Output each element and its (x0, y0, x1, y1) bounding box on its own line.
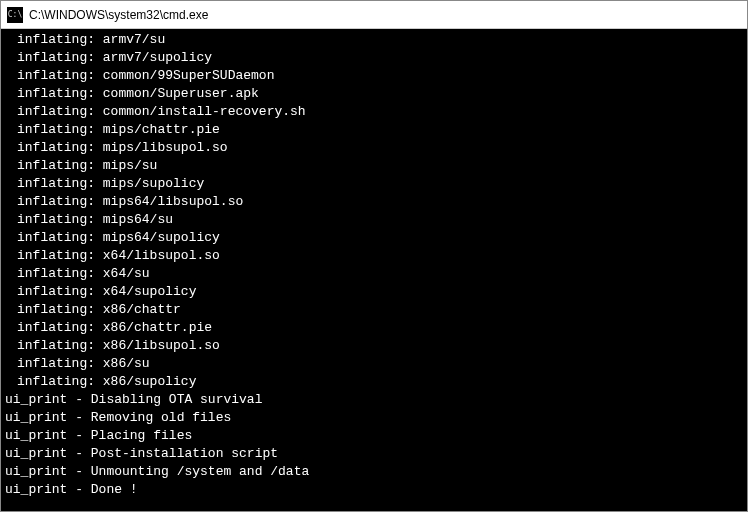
inflating-line: inflating: x86/supolicy (5, 373, 747, 391)
inflating-line: inflating: mips/su (5, 157, 747, 175)
inflating-line: inflating: common/99SuperSUDaemon (5, 67, 747, 85)
inflating-line: inflating: x86/libsupol.so (5, 337, 747, 355)
inflating-line: inflating: common/install-recovery.sh (5, 103, 747, 121)
inflating-line: inflating: mips/libsupol.so (5, 139, 747, 157)
inflating-line: inflating: x64/su (5, 265, 747, 283)
ui-print-line: ui_print - Placing files (5, 427, 747, 445)
ui-print-line: ui_print - Unmounting /system and /data (5, 463, 747, 481)
inflating-line: inflating: x86/chattr (5, 301, 747, 319)
inflating-line: inflating: mips64/supolicy (5, 229, 747, 247)
inflating-line: inflating: x86/chattr.pie (5, 319, 747, 337)
ui-print-line: ui_print - Removing old files (5, 409, 747, 427)
inflating-line: inflating: armv7/su (5, 31, 747, 49)
inflating-line: inflating: armv7/supolicy (5, 49, 747, 67)
window-title: C:\WINDOWS\system32\cmd.exe (29, 8, 208, 22)
cmd-icon-text: C:\ (8, 11, 22, 19)
blank-line (5, 499, 747, 511)
inflating-line: inflating: mips64/libsupol.so (5, 193, 747, 211)
ui-print-line: ui_print - Post-installation script (5, 445, 747, 463)
inflating-line: inflating: common/Superuser.apk (5, 85, 747, 103)
inflating-line: inflating: x64/libsupol.so (5, 247, 747, 265)
ui-print-line: ui_print - Disabling OTA survival (5, 391, 747, 409)
ui-print-line: ui_print - Done ! (5, 481, 747, 499)
inflating-line: inflating: x86/su (5, 355, 747, 373)
inflating-line: inflating: mips/supolicy (5, 175, 747, 193)
cmd-icon: C:\ (7, 7, 23, 23)
cmd-window: C:\ C:\WINDOWS\system32\cmd.exe inflatin… (0, 0, 748, 512)
terminal-output[interactable]: inflating: armv7/suinflating: armv7/supo… (1, 29, 747, 511)
inflating-line: inflating: x64/supolicy (5, 283, 747, 301)
titlebar[interactable]: C:\ C:\WINDOWS\system32\cmd.exe (1, 1, 747, 29)
inflating-line: inflating: mips/chattr.pie (5, 121, 747, 139)
inflating-line: inflating: mips64/su (5, 211, 747, 229)
